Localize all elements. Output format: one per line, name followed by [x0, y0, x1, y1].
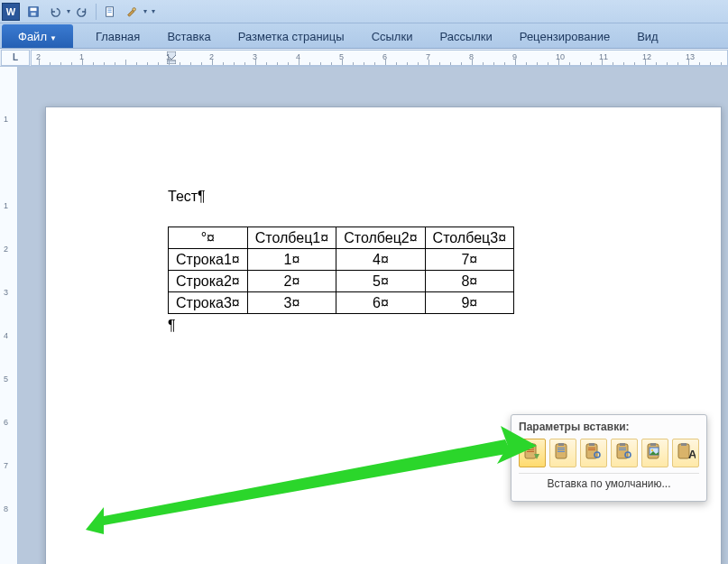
ribbon-tabs: Файл▼ Главная Вставка Разметка страницы … [0, 23, 728, 49]
table-row-label-cell[interactable]: Строка2¤ [169, 271, 248, 292]
table-row-label-cell[interactable]: Строка1¤ [169, 249, 248, 271]
use-destination-styles-button[interactable] [549, 439, 576, 467]
picture-button[interactable] [641, 439, 668, 467]
svg-rect-24 [620, 443, 625, 446]
svg-rect-11 [527, 448, 534, 448]
svg-rect-2 [31, 12, 35, 15]
ruler-row: L 2112345678910111213 [0, 49, 728, 67]
table-cell[interactable]: 4¤ [336, 249, 425, 271]
table-row[interactable]: Строка3¤3¤6¤9¤ [169, 292, 514, 314]
title-bar: W ▾ ▾ ▾ [0, 0, 728, 23]
chevron-down-icon: ▼ [50, 34, 57, 42]
app-icon: W [2, 3, 20, 21]
page-icon [104, 5, 116, 18]
tab-references[interactable]: Ссылки [358, 23, 427, 48]
table-cell[interactable]: 3¤ [247, 292, 336, 314]
qat-custom-1-button[interactable] [100, 2, 120, 22]
svg-rect-28 [650, 443, 656, 446]
workspace: 112345678 Тест¶ °¤Столбец1¤Столбец2¤Стол… [0, 67, 728, 564]
ruler-tick: 2 [4, 245, 8, 254]
redo-button[interactable] [72, 2, 92, 22]
table-cell[interactable]: 6¤ [336, 292, 425, 314]
ruler-tick: 4 [4, 331, 8, 340]
ruler-tick: 12 [642, 52, 651, 61]
svg-rect-17 [558, 449, 565, 450]
svg-rect-1 [31, 7, 37, 11]
svg-rect-16 [558, 448, 565, 448]
tab-label: Рецензирование [520, 30, 610, 43]
vertical-ruler[interactable]: 112345678 [0, 67, 18, 564]
svg-rect-13 [527, 451, 534, 452]
ruler-corner-button[interactable]: L [1, 50, 30, 66]
table-header-cell[interactable]: Столбец1¤ [247, 227, 336, 249]
svg-rect-32 [681, 443, 687, 446]
qat-customize-dropdown[interactable]: ▾ [152, 7, 155, 15]
link-use-destination-button[interactable] [611, 439, 638, 467]
tab-mailings[interactable]: Рассылки [426, 23, 505, 48]
link-keep-source-button[interactable] [580, 439, 607, 467]
horizontal-ruler[interactable]: 2112345678910111213 [31, 50, 728, 66]
svg-rect-21 [588, 448, 595, 448]
svg-rect-26 [619, 449, 626, 450]
svg-rect-25 [619, 448, 626, 448]
svg-rect-15 [558, 443, 564, 446]
qat-custom-2-button[interactable] [122, 2, 142, 22]
undo-button[interactable] [45, 2, 65, 22]
paste-options-popup: Параметры вставки: A Вставка по умолчани… [511, 414, 707, 502]
document-area[interactable]: Тест¶ °¤Столбец1¤Столбец2¤Столбец3¤Строк… [18, 67, 728, 564]
text-only-icon: A [676, 442, 696, 465]
qat-separator [96, 4, 97, 20]
text-only-button[interactable]: A [672, 439, 699, 467]
table-cell[interactable]: 7¤ [425, 249, 513, 271]
ruler-tick: 1 [4, 115, 8, 124]
save-button[interactable] [23, 2, 43, 22]
table-cell[interactable]: 1¤ [247, 249, 336, 271]
tab-view[interactable]: Вид [623, 23, 672, 48]
table-row-label-cell[interactable]: Строка3¤ [169, 292, 248, 314]
ruler-tick: 10 [556, 52, 565, 61]
tab-page-layout[interactable]: Разметка страницы [225, 23, 358, 48]
tab-review[interactable]: Рецензирование [506, 23, 623, 48]
tab-label: Главная [96, 30, 140, 43]
paste-options-title: Параметры вставки: [519, 421, 699, 433]
tab-label: Вид [637, 30, 659, 43]
keep-source-formatting-button[interactable] [519, 439, 546, 467]
ruler-tick: 3 [4, 288, 8, 297]
table-header-cell[interactable]: °¤ [169, 227, 248, 249]
table-row[interactable]: Строка2¤2¤5¤8¤ [169, 271, 514, 292]
svg-point-30 [651, 448, 653, 450]
link-keep-source-icon [584, 442, 604, 465]
ruler-tick: 13 [686, 52, 695, 61]
table-cell[interactable]: 8¤ [425, 271, 513, 292]
ruler-tick: 6 [4, 418, 8, 427]
table-cell[interactable]: 9¤ [425, 292, 513, 314]
document-table[interactable]: °¤Столбец1¤Столбец2¤Столбец3¤Строка1¤1¤4… [168, 227, 514, 314]
table-header-cell[interactable]: Столбец2¤ [336, 227, 425, 249]
tool-icon [125, 5, 138, 18]
tab-label: Ссылки [372, 30, 413, 43]
paste-default-link[interactable]: Вставка по умолчанию... [519, 473, 699, 494]
table-cell[interactable]: 2¤ [247, 271, 336, 292]
table-row[interactable]: Строка1¤1¤4¤7¤ [169, 249, 514, 271]
ruler-tick: 7 [4, 461, 8, 470]
link-use-destination-icon [614, 442, 634, 465]
document-title-line[interactable]: Тест¶ [168, 189, 721, 205]
svg-rect-6 [107, 12, 111, 13]
ruler-tick: 5 [4, 374, 8, 384]
use-destination-styles-icon [553, 442, 573, 465]
tab-file[interactable]: Файл▼ [2, 24, 73, 48]
redo-icon [76, 5, 88, 18]
tab-home[interactable]: Главная [82, 23, 153, 48]
tab-label: Рассылки [439, 30, 492, 43]
table-header-cell[interactable]: Столбец3¤ [425, 227, 513, 249]
tab-file-label: Файл [18, 30, 47, 43]
svg-rect-18 [558, 451, 565, 452]
svg-rect-5 [107, 10, 111, 11]
svg-point-7 [133, 7, 136, 11]
picture-icon [645, 442, 665, 465]
keep-source-formatting-icon [522, 442, 542, 465]
table-cell[interactable]: 5¤ [336, 271, 425, 292]
tab-label: Вставка [167, 30, 210, 43]
tab-insert[interactable]: Вставка [153, 23, 224, 48]
svg-rect-12 [527, 449, 534, 450]
